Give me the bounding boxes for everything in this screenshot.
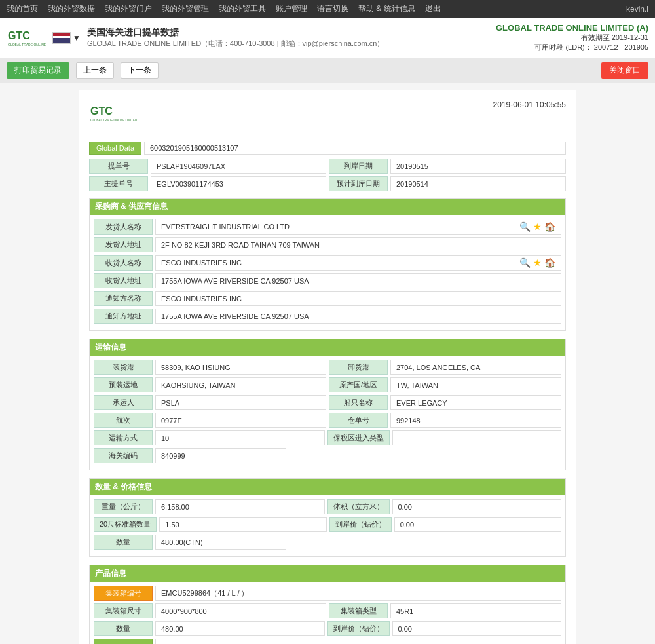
warehouse-label: 仓单号 — [329, 413, 388, 428]
consignee-addr-value: 1755A IOWA AVE RIVERSIDE CA 92507 USA — [155, 273, 561, 288]
weight-value: 6,158.00 — [155, 499, 325, 514]
weight-label: 重量（公斤） — [94, 499, 153, 514]
notify-addr-row: 通知方地址 1755A IOWA AVE RIVERSIDE CA 92507 … — [94, 309, 561, 324]
time-limit-info: 可用时段 (LDR)： 200712 - 201905 — [496, 43, 648, 52]
main-content: GTC GLOBAL TRADE ONLINE LIMITED 2019-06-… — [0, 83, 655, 644]
nav-help[interactable]: 帮助 & 统计信息 — [358, 3, 415, 14]
product-section-header: 产品信息 — [90, 565, 565, 582]
logo: GTC GLOBAL TRADE ONLINE LIMITED — [7, 25, 46, 51]
transport-ftz-row: 运输方式 10 保税区进入类型 — [94, 430, 561, 445]
global-data-value: 6003201905160000513107 — [144, 142, 566, 155]
svg-text:GTC: GTC — [8, 30, 30, 41]
arrival-price-label: 到岸价（钻价） — [329, 517, 392, 532]
flag-arrow: ▼ — [73, 33, 81, 43]
product-desc-row: 产品描述 AUTO PARTS-ENGINE PARTS (CARD/GASKE… — [94, 639, 561, 644]
ftz-value — [392, 430, 562, 445]
document-card: GTC GLOBAL TRADE ONLINE LIMITED 2019-06-… — [79, 90, 576, 644]
vessel-value: EVER LEGACY — [390, 395, 561, 410]
consignee-addr-row: 收货人地址 1755A IOWA AVE RIVERSIDE CA 92507 … — [94, 273, 561, 288]
transport-value: 10 — [155, 430, 325, 445]
star-icon[interactable]: ★ — [533, 221, 542, 232]
product-desc-value: AUTO PARTS-ENGINE PARTS (CARD/GASKET/ SE… — [155, 639, 561, 644]
loading-place-value: KAOHSIUNG, TAIWAN — [155, 377, 326, 392]
consignee-search-icon[interactable]: 🔍 — [519, 257, 531, 268]
home-icon[interactable]: 🏠 — [544, 221, 555, 232]
supplier-section-header: 采购商 & 供应商信息 — [90, 199, 565, 215]
carrier-value: PSLA — [155, 395, 326, 410]
loading-place-label: 预装运地 — [94, 377, 153, 392]
weight-volume-row: 重量（公斤） 6,158.00 体积（立方米） 0.00 — [94, 499, 561, 514]
container-id-value: EMCU5299864（41 / L / ） — [155, 586, 561, 601]
top-navigation: 我的首页 我的外贸数据 我的外贸门户 我的外贸管理 我的外贸工具 账户管理 语言… — [0, 0, 655, 18]
transport-label: 运输方式 — [94, 430, 153, 445]
arrival-date-label: 到岸日期 — [329, 159, 388, 174]
origin-label: 原产国/地区 — [329, 377, 388, 392]
customs-row: 海关编码 840999 — [94, 448, 561, 463]
quantity-section-body: 重量（公斤） 6,158.00 体积（立方米） 0.00 20尺标准箱数量 1.… — [90, 495, 565, 556]
master-bill-row: 主提单号 EGLV003901174453 预计到库日期 20190514 — [89, 176, 566, 191]
nav-home[interactable]: 我的首页 — [7, 3, 38, 14]
container-id-label: 集装箱编号 — [94, 586, 153, 601]
close-button[interactable]: 关闭窗口 — [601, 62, 648, 79]
container-type-label: 集装箱类型 — [329, 603, 388, 618]
doc-logo-icon: GTC GLOBAL TRADE ONLINE LIMITED — [89, 100, 141, 133]
master-bill-label: 主提单号 — [89, 176, 148, 191]
bill-arrival-row: 提单号 PSLAP19046097LAX 到岸日期 20190515 — [89, 159, 566, 174]
supplier-section: 采购商 & 供应商信息 发货人名称 EVERSTRAIGHT INDUSTRIA… — [89, 198, 566, 331]
nav-links: 我的首页 我的外贸数据 我的外贸门户 我的外贸管理 我的外贸工具 账户管理 语言… — [7, 3, 441, 14]
consignee-home-icon[interactable]: 🏠 — [544, 257, 555, 268]
container20-value: 1.50 — [159, 517, 326, 532]
doc-logo: GTC GLOBAL TRADE ONLINE LIMITED — [89, 100, 141, 135]
voyage-label: 航次 — [94, 413, 153, 428]
time-limit-value: 200712 - 201905 — [594, 43, 648, 51]
arrival-price-value: 0.00 — [394, 517, 561, 532]
flag-selector[interactable]: ▼ — [52, 32, 81, 44]
notify-addr-value: 1755A IOWA AVE RIVERSIDE CA 92507 USA — [155, 309, 561, 324]
site-title: 美国海关进口提单数据 — [87, 27, 384, 39]
user-info: kevin.l — [626, 5, 648, 14]
print-button[interactable]: 打印贸易记录 — [7, 62, 69, 79]
consignee-name-row: 收货人名称 ESCO INDUSTRIES INC 🔍 ★ 🏠 — [94, 255, 561, 271]
loading-port-value: 58309, KAO HSIUNG — [155, 360, 326, 375]
consignee-name-value: ESCO INDUSTRIES INC 🔍 ★ 🏠 — [155, 255, 561, 271]
nav-management[interactable]: 我的外贸管理 — [162, 3, 209, 14]
supplier-section-body: 发货人名称 EVERSTRAIGHT INDUSTRIAL CO LTD 🔍 ★… — [90, 215, 565, 330]
search-icon[interactable]: 🔍 — [519, 221, 531, 232]
ports-row: 装货港 58309, KAO HSIUNG 卸货港 2704, LOS ANGE… — [94, 360, 561, 375]
nav-portal[interactable]: 我的外贸门户 — [105, 3, 152, 14]
global-data-row: Global Data 6003201905160000513107 — [89, 142, 566, 155]
quantity-row: 数量 480.00(CTN) — [94, 535, 561, 550]
quantity-value: 480.00(CTN) — [155, 535, 286, 550]
unloading-port-value: 2704, LOS ANGELES, CA — [390, 360, 561, 375]
shipping-section-body: 装货港 58309, KAO HSIUNG 卸货港 2704, LOS ANGE… — [90, 356, 565, 470]
volume-value: 0.00 — [392, 499, 562, 514]
nav-account[interactable]: 账户管理 — [276, 3, 307, 14]
consignee-star-icon[interactable]: ★ — [533, 257, 542, 268]
nav-trade-data[interactable]: 我的外贸数据 — [48, 3, 95, 14]
master-bill-value: EGLV003901174453 — [151, 176, 326, 191]
notify-name-row: 通知方名称 ESCO INDUSTRIES INC — [94, 291, 561, 306]
nav-logout[interactable]: 退出 — [425, 3, 441, 14]
notify-addr-label: 通知方地址 — [94, 309, 153, 324]
prod-arrival-price-value: 0.00 — [392, 621, 562, 636]
site-info: 美国海关进口提单数据 GLOBAL TRADE ONLINE LIMITED（电… — [87, 27, 384, 48]
svg-text:GLOBAL TRADE ONLINE LIMITED: GLOBAL TRADE ONLINE LIMITED — [90, 119, 138, 122]
prev-button[interactable]: 上一条 — [76, 62, 114, 79]
container-id-row: 集装箱编号 EMCU5299864（41 / L / ） — [94, 586, 561, 601]
nav-language[interactable]: 语言切换 — [317, 3, 348, 14]
prod-qty-price-row: 数量 480.00 到岸价（钻价） 0.00 — [94, 621, 561, 636]
next-button[interactable]: 下一条 — [121, 62, 159, 79]
origin-value: TW, TAIWAN — [390, 377, 561, 392]
notify-name-label: 通知方名称 — [94, 291, 153, 306]
container-type-value: 45R1 — [390, 603, 561, 618]
shipper-name-value: EVERSTRAIGHT INDUSTRIAL CO LTD 🔍 ★ 🏠 — [155, 219, 561, 235]
container-size-label: 集装箱尺寸 — [94, 603, 153, 618]
voyage-warehouse-row: 航次 0977E 仓单号 992148 — [94, 413, 561, 428]
us-flag — [52, 32, 71, 44]
product-section-body: 集装箱编号 EMCU5299864（41 / L / ） 集装箱尺寸 4000*… — [90, 582, 565, 644]
validity-info: 有效期至 2019-12-31 — [496, 33, 648, 43]
loading-port-label: 装货港 — [94, 360, 153, 375]
header-right: GLOBAL TRADE ONLINE LIMITED (A) 有效期至 201… — [496, 23, 648, 52]
valid-until-label: 有效期至 — [581, 33, 610, 41]
nav-tools[interactable]: 我的外贸工具 — [219, 3, 266, 14]
